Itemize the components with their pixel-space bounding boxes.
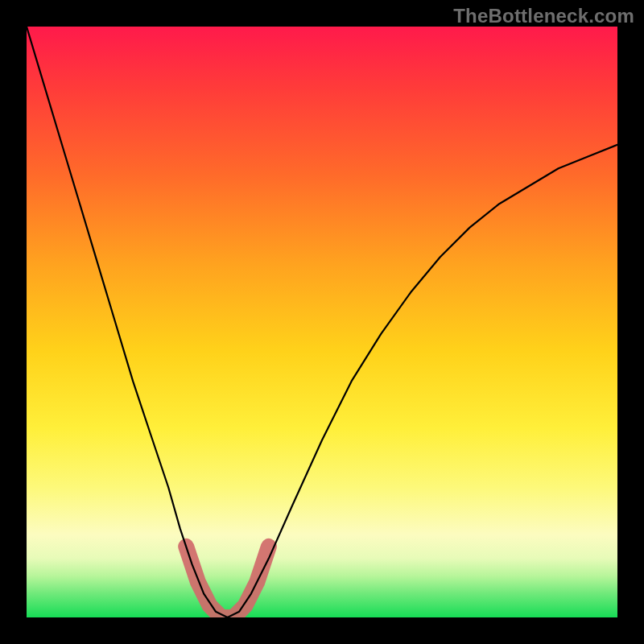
bottleneck-curve [27,27,617,617]
chart-stage: TheBottleneck.com [0,0,644,644]
minimum-highlight [186,547,269,617]
plot-area [27,27,617,617]
curve-layer [27,27,617,617]
watermark-label: TheBottleneck.com [453,5,634,27]
